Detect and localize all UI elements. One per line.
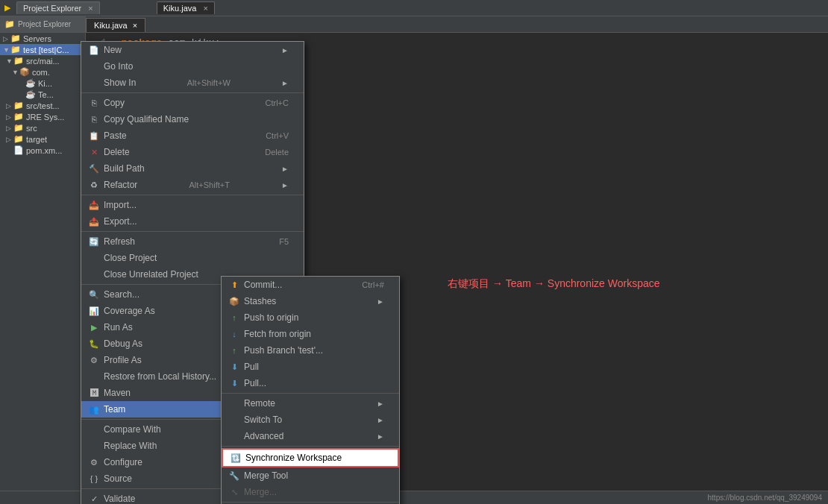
mergetool-icon: 🔧 <box>228 470 241 482</box>
merge-icon: ⤡ <box>228 486 241 498</box>
delete-icon: ✕ <box>87 146 101 158</box>
menu-item-showin[interactable]: Show In Alt+Shift+W ► <box>81 75 304 91</box>
copyqualified-icon: ⎘ <box>87 113 101 125</box>
pushbranch-icon: ↑ <box>228 344 241 356</box>
close-project-tab[interactable]: × <box>88 4 92 13</box>
showin-icon <box>87 77 101 89</box>
advanced-icon <box>228 430 241 442</box>
submenu-item-fetchfromorigin[interactable]: ↓ Fetch from origin <box>222 326 399 342</box>
menu-item-delete[interactable]: ✕ Delete Delete <box>81 144 304 160</box>
team-icon: 👥 <box>87 403 101 415</box>
pulldots-icon: ⬇ <box>228 377 241 389</box>
sep3 <box>81 231 304 232</box>
annotation-text: 右键项目 → Team → Synchronize Workspace <box>448 277 660 291</box>
sep1 <box>81 92 304 93</box>
export-icon: 📤 <box>87 215 101 227</box>
menu-item-refresh[interactable]: 🔄 Refresh F5 <box>81 233 304 250</box>
new-icon: 📄 <box>87 44 101 56</box>
project-panel: 📁 Project Explorer ▷ 📁 Servers ▼ 📁 test … <box>0 16 86 491</box>
submenu-item-switchto[interactable]: Switch To ► <box>222 412 399 428</box>
close-editor-tab[interactable]: × <box>203 4 207 13</box>
submenu-item-pulldots[interactable]: ⬇ Pull... <box>222 375 399 391</box>
restorefromlocal-icon <box>87 371 101 382</box>
closeproject-icon <box>87 252 101 264</box>
commit-icon: ⬆ <box>228 279 241 291</box>
sub-sep2 <box>222 446 399 447</box>
runas-icon: ▶ <box>87 321 101 333</box>
closeunrelated-icon <box>87 268 101 280</box>
tree-item-srcmai[interactable]: ▼ 📁 src/mai... <box>0 55 85 66</box>
submenu-item-pull[interactable]: ⬇ Pull <box>222 359 399 375</box>
pushtoorigin-icon: ↑ <box>228 312 241 324</box>
menu-item-export[interactable]: 📤 Export... <box>81 213 304 230</box>
editor-tab-kiku[interactable]: Kiku.java × <box>86 18 145 32</box>
tree-item-src[interactable]: ▷ 📁 src <box>0 122 85 133</box>
sub-sep1 <box>222 393 399 394</box>
profileas-icon: ⚙ <box>87 354 101 366</box>
title-bar: ▶ Project Explorer × Kiku.java × <box>0 0 828 16</box>
submenu-item-pushtoorigin[interactable]: ↑ Push to origin <box>222 309 399 326</box>
tree-item-test[interactable]: ▼ 📁 test [test|C... <box>0 44 85 55</box>
refactor-icon: ♻ <box>87 179 101 191</box>
kiku-java-tab[interactable]: Kiku.java × <box>157 1 215 14</box>
paste-icon: 📋 <box>87 130 101 142</box>
buildpath-icon: 🔨 <box>87 163 101 174</box>
submenu-item-syncworkspace[interactable]: 🔃 Synchronize Workspace <box>222 448 399 467</box>
tree-item-pom[interactable]: 📄 pom.xm... <box>0 145 85 156</box>
tree-item-te[interactable]: ☕ Te... <box>0 89 85 100</box>
tree-item-jre[interactable]: ▷ 📁 JRE Sys... <box>0 111 85 122</box>
submenu-item-stashes[interactable]: 📦 Stashes ► <box>222 293 399 309</box>
close-kiku-tab[interactable]: × <box>133 21 137 30</box>
submenu-item-merge[interactable]: ⤡ Merge... <box>222 484 399 500</box>
sep2 <box>81 195 304 195</box>
sub-sep3 <box>222 502 399 503</box>
refresh-icon: 🔄 <box>87 236 101 248</box>
tree-item-ki[interactable]: ☕ Ki... <box>0 78 85 89</box>
project-explorer-tab[interactable]: Project Explorer × <box>16 1 100 14</box>
comparewith-icon <box>87 423 101 435</box>
fetchfromorigin-icon: ↓ <box>228 328 241 340</box>
source-icon: { } <box>87 473 101 485</box>
coverageas-icon: 📊 <box>87 305 101 317</box>
submenu-item-commit[interactable]: ⬆ Commit... Ctrl+# <box>222 277 399 293</box>
search-icon: 🔍 <box>87 289 101 300</box>
project-explorer-header: 📁 Project Explorer <box>0 16 85 33</box>
menu-item-closeproject[interactable]: Close Project <box>81 250 304 266</box>
maven-icon: 🅼 <box>87 387 101 399</box>
validate-icon: ✓ <box>87 493 101 504</box>
menu-item-buildpath[interactable]: 🔨 Build Path ► <box>81 160 304 177</box>
submenu-item-mergetool[interactable]: 🔧 Merge Tool <box>222 467 399 484</box>
debugas-icon: 🐛 <box>87 338 101 350</box>
menu-item-refactor[interactable]: ♻ Refactor Alt+Shift+T ► <box>81 177 304 193</box>
submenu-item-pushbranch[interactable]: ↑ Push Branch 'test'... <box>222 342 399 359</box>
stashes-icon: 📦 <box>228 295 241 307</box>
configure-icon: ⚙ <box>87 456 101 468</box>
menu-item-copy[interactable]: ⎘ Copy Ctrl+C <box>81 95 304 111</box>
menu-item-paste[interactable]: 📋 Paste Ctrl+V <box>81 127 304 144</box>
menu-item-import[interactable]: 📥 Import... <box>81 197 304 213</box>
sync-icon: 🔃 <box>229 452 242 464</box>
team-submenu: ⬆ Commit... Ctrl+# 📦 Stashes ► ↑ Push to… <box>221 276 400 504</box>
pull-icon: ⬇ <box>228 361 241 373</box>
switchto-icon <box>228 414 241 426</box>
copy-icon: ⎘ <box>87 97 101 109</box>
menu-item-new[interactable]: 📄 New ► <box>81 42 304 58</box>
tree-item-srctest[interactable]: ▷ 📁 src/test... <box>0 100 85 111</box>
replacewith-icon <box>87 440 101 452</box>
submenu-item-remote[interactable]: Remote ► <box>222 395 399 412</box>
editor-tabs: Kiku.java × <box>86 16 828 33</box>
import-icon: 📥 <box>87 199 101 211</box>
menu-item-copyqualified[interactable]: ⎘ Copy Qualified Name <box>81 111 304 127</box>
remote-icon <box>228 397 241 409</box>
tree-item-target[interactable]: ▷ 📁 target <box>0 133 85 145</box>
tree-item-servers[interactable]: ▷ 📁 Servers <box>0 33 85 44</box>
submenu-item-advanced[interactable]: Advanced ► <box>222 428 399 444</box>
gointo-icon <box>87 60 101 72</box>
menu-item-gointo[interactable]: Go Into <box>81 58 304 75</box>
tree-item-com[interactable]: ▼ 📦 com. <box>0 66 85 78</box>
